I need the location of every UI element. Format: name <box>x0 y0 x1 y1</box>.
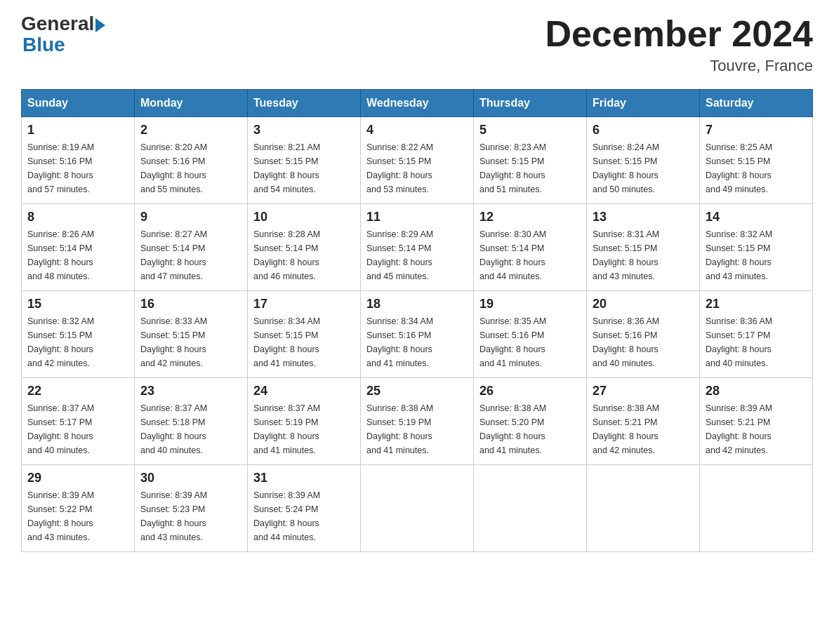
day-info: Sunrise: 8:29 AMSunset: 5:14 PMDaylight:… <box>366 227 468 283</box>
calendar-cell: 1Sunrise: 8:19 AMSunset: 5:16 PMDaylight… <box>22 117 135 204</box>
calendar-cell: 23Sunrise: 8:37 AMSunset: 5:18 PMDayligh… <box>135 378 248 465</box>
calendar-header-row: SundayMondayTuesdayWednesdayThursdayFrid… <box>22 90 813 117</box>
day-number: 6 <box>593 123 694 137</box>
calendar-cell: 10Sunrise: 8:28 AMSunset: 5:14 PMDayligh… <box>248 204 361 291</box>
day-info: Sunrise: 8:39 AMSunset: 5:23 PMDaylight:… <box>140 488 241 544</box>
day-info: Sunrise: 8:37 AMSunset: 5:18 PMDaylight:… <box>140 401 241 457</box>
calendar-cell <box>474 465 587 552</box>
calendar-cell: 15Sunrise: 8:32 AMSunset: 5:15 PMDayligh… <box>22 291 135 378</box>
day-info: Sunrise: 8:24 AMSunset: 5:15 PMDaylight:… <box>593 140 694 196</box>
calendar-cell: 7Sunrise: 8:25 AMSunset: 5:15 PMDaylight… <box>700 117 813 204</box>
day-number: 16 <box>140 297 241 311</box>
day-number: 5 <box>479 123 581 137</box>
day-header-friday: Friday <box>587 90 700 117</box>
calendar-cell: 20Sunrise: 8:36 AMSunset: 5:16 PMDayligh… <box>587 291 700 378</box>
day-number: 11 <box>366 210 468 224</box>
calendar-week-row: 1Sunrise: 8:19 AMSunset: 5:16 PMDaylight… <box>22 117 813 204</box>
logo-arrow-icon <box>95 18 105 32</box>
day-info: Sunrise: 8:37 AMSunset: 5:19 PMDaylight:… <box>253 401 355 457</box>
day-info: Sunrise: 8:20 AMSunset: 5:16 PMDaylight:… <box>140 140 241 196</box>
day-number: 8 <box>27 210 128 224</box>
calendar-cell: 9Sunrise: 8:27 AMSunset: 5:14 PMDaylight… <box>135 204 248 291</box>
day-info: Sunrise: 8:36 AMSunset: 5:16 PMDaylight:… <box>593 314 694 370</box>
calendar-cell <box>700 465 813 552</box>
day-info: Sunrise: 8:31 AMSunset: 5:15 PMDaylight:… <box>593 227 694 283</box>
calendar-cell: 12Sunrise: 8:30 AMSunset: 5:14 PMDayligh… <box>474 204 587 291</box>
calendar-cell: 29Sunrise: 8:39 AMSunset: 5:22 PMDayligh… <box>22 465 135 552</box>
day-info: Sunrise: 8:32 AMSunset: 5:15 PMDaylight:… <box>27 314 128 370</box>
day-number: 24 <box>253 384 355 398</box>
calendar-table: SundayMondayTuesdayWednesdayThursdayFrid… <box>21 89 813 552</box>
day-info: Sunrise: 8:39 AMSunset: 5:21 PMDaylight:… <box>706 401 807 457</box>
day-number: 28 <box>706 384 807 398</box>
day-number: 10 <box>253 210 355 224</box>
calendar-week-row: 15Sunrise: 8:32 AMSunset: 5:15 PMDayligh… <box>22 291 813 378</box>
calendar-cell: 21Sunrise: 8:36 AMSunset: 5:17 PMDayligh… <box>700 291 813 378</box>
day-number: 30 <box>140 471 241 485</box>
day-header-thursday: Thursday <box>474 90 587 117</box>
calendar-cell: 2Sunrise: 8:20 AMSunset: 5:16 PMDaylight… <box>135 117 248 204</box>
day-number: 17 <box>253 297 355 311</box>
day-number: 7 <box>706 123 807 137</box>
day-number: 2 <box>140 123 241 137</box>
day-info: Sunrise: 8:33 AMSunset: 5:15 PMDaylight:… <box>140 314 241 370</box>
day-header-saturday: Saturday <box>700 90 813 117</box>
day-info: Sunrise: 8:35 AMSunset: 5:16 PMDaylight:… <box>479 314 581 370</box>
day-info: Sunrise: 8:32 AMSunset: 5:15 PMDaylight:… <box>706 227 807 283</box>
day-number: 26 <box>479 384 581 398</box>
calendar-cell <box>361 465 474 552</box>
day-number: 4 <box>366 123 468 137</box>
day-info: Sunrise: 8:26 AMSunset: 5:14 PMDaylight:… <box>27 227 128 283</box>
calendar-cell: 14Sunrise: 8:32 AMSunset: 5:15 PMDayligh… <box>700 204 813 291</box>
day-info: Sunrise: 8:19 AMSunset: 5:16 PMDaylight:… <box>27 140 128 196</box>
logo-general-text: General <box>21 14 94 34</box>
calendar-cell: 25Sunrise: 8:38 AMSunset: 5:19 PMDayligh… <box>361 378 474 465</box>
calendar-week-row: 8Sunrise: 8:26 AMSunset: 5:14 PMDaylight… <box>22 204 813 291</box>
day-number: 20 <box>593 297 694 311</box>
day-info: Sunrise: 8:28 AMSunset: 5:14 PMDaylight:… <box>253 227 355 283</box>
day-number: 13 <box>593 210 694 224</box>
calendar-cell: 13Sunrise: 8:31 AMSunset: 5:15 PMDayligh… <box>587 204 700 291</box>
calendar-cell <box>587 465 700 552</box>
day-info: Sunrise: 8:30 AMSunset: 5:14 PMDaylight:… <box>479 227 581 283</box>
day-info: Sunrise: 8:27 AMSunset: 5:14 PMDaylight:… <box>140 227 241 283</box>
day-info: Sunrise: 8:39 AMSunset: 5:22 PMDaylight:… <box>27 488 128 544</box>
calendar-cell: 26Sunrise: 8:38 AMSunset: 5:20 PMDayligh… <box>474 378 587 465</box>
day-header-monday: Monday <box>135 90 248 117</box>
day-info: Sunrise: 8:36 AMSunset: 5:17 PMDaylight:… <box>706 314 807 370</box>
logo-blue-text: Blue <box>22 34 65 56</box>
day-number: 3 <box>253 123 355 137</box>
header-right: December 2024 Touvre, France <box>545 14 813 75</box>
day-number: 14 <box>706 210 807 224</box>
calendar-cell: 8Sunrise: 8:26 AMSunset: 5:14 PMDaylight… <box>22 204 135 291</box>
day-info: Sunrise: 8:25 AMSunset: 5:15 PMDaylight:… <box>706 140 807 196</box>
day-header-sunday: Sunday <box>22 90 135 117</box>
calendar-cell: 6Sunrise: 8:24 AMSunset: 5:15 PMDaylight… <box>587 117 700 204</box>
day-number: 9 <box>140 210 241 224</box>
calendar-cell: 17Sunrise: 8:34 AMSunset: 5:15 PMDayligh… <box>248 291 361 378</box>
calendar-cell: 27Sunrise: 8:38 AMSunset: 5:21 PMDayligh… <box>587 378 700 465</box>
day-info: Sunrise: 8:38 AMSunset: 5:21 PMDaylight:… <box>593 401 694 457</box>
day-header-wednesday: Wednesday <box>361 90 474 117</box>
calendar-cell: 3Sunrise: 8:21 AMSunset: 5:15 PMDaylight… <box>248 117 361 204</box>
calendar-cell: 5Sunrise: 8:23 AMSunset: 5:15 PMDaylight… <box>474 117 587 204</box>
day-number: 18 <box>366 297 468 311</box>
logo: General Blue <box>21 14 107 56</box>
calendar-week-row: 22Sunrise: 8:37 AMSunset: 5:17 PMDayligh… <box>22 378 813 465</box>
calendar-cell: 24Sunrise: 8:37 AMSunset: 5:19 PMDayligh… <box>248 378 361 465</box>
calendar-cell: 28Sunrise: 8:39 AMSunset: 5:21 PMDayligh… <box>700 378 813 465</box>
calendar-cell: 30Sunrise: 8:39 AMSunset: 5:23 PMDayligh… <box>135 465 248 552</box>
day-number: 1 <box>27 123 128 137</box>
day-header-tuesday: Tuesday <box>248 90 361 117</box>
day-number: 25 <box>366 384 468 398</box>
calendar-subtitle: Touvre, France <box>545 57 813 75</box>
day-number: 12 <box>479 210 581 224</box>
day-number: 31 <box>253 471 355 485</box>
day-number: 19 <box>479 297 581 311</box>
day-info: Sunrise: 8:23 AMSunset: 5:15 PMDaylight:… <box>479 140 581 196</box>
calendar-week-row: 29Sunrise: 8:39 AMSunset: 5:22 PMDayligh… <box>22 465 813 552</box>
day-info: Sunrise: 8:34 AMSunset: 5:15 PMDaylight:… <box>253 314 355 370</box>
day-number: 22 <box>27 384 128 398</box>
day-number: 23 <box>140 384 241 398</box>
day-number: 29 <box>27 471 128 485</box>
